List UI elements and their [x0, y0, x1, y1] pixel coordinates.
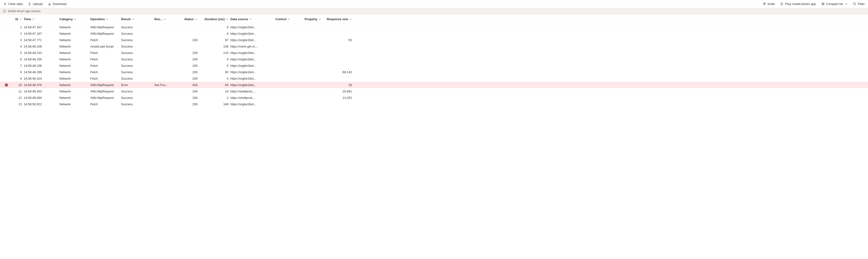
cell-status: 200 — [173, 51, 198, 55]
cell-data-source: https://orgbe1fed... — [229, 70, 260, 74]
table-row[interactable]: 114:58:47.167NetworkXMLHttpRequestSucces… — [0, 24, 868, 30]
table-row[interactable]: 814:58:48.296NetworkFetchSuccess20092htt… — [0, 69, 868, 75]
cell-result: Success — [120, 96, 153, 99]
table-row[interactable]: 714:58:48.236NetworkFetchSuccess2005http… — [0, 62, 868, 69]
cell-id: 5 — [11, 51, 23, 55]
cell-category: Network — [58, 103, 89, 106]
column-id[interactable]: Id — [11, 17, 23, 21]
person-icon — [763, 2, 766, 6]
column-operation[interactable]: Operation — [89, 17, 120, 21]
table-row[interactable]: 1114:58:48.453NetworkXMLHttpRequestSucce… — [0, 88, 868, 94]
error-icon: ✕ — [5, 83, 8, 86]
column-result[interactable]: Result — [120, 17, 153, 21]
column-result-info[interactable]: Res... — [153, 17, 173, 21]
cell-category: Network — [58, 90, 89, 93]
cell-time: 14:58:48.296 — [23, 70, 58, 74]
table-row[interactable]: 314:58:47.771NetworkFetchSuccess20087htt… — [0, 37, 868, 43]
table-row[interactable]: 514:58:48.233NetworkFetchSuccess200115ht… — [0, 50, 868, 56]
table-row[interactable]: 614:58:48.235NetworkFetchSuccess2004http… — [0, 56, 868, 62]
table-row[interactable]: 1314:58:50.922NetworkFetchSuccess200348h… — [0, 101, 868, 107]
download-icon — [48, 2, 51, 6]
cell-result: Success — [120, 32, 153, 35]
table-row[interactable]: 1214:58:48.494NetworkXMLHttpRequestSucce… — [0, 94, 868, 101]
column-category[interactable]: Category — [58, 17, 89, 21]
cell-time: 14:58:50.922 — [23, 103, 58, 106]
column-property[interactable]: Property — [291, 17, 322, 21]
cell-status: 200 — [173, 38, 198, 42]
column-response-size[interactable]: Response size — [322, 17, 353, 21]
table-row[interactable]: 914:58:48.324NetworkFetchSuccess2004http… — [0, 75, 868, 82]
cell-duration: 115 — [198, 51, 229, 55]
cell-id: 3 — [11, 38, 23, 42]
cell-operation: XMLHttpRequest — [89, 90, 120, 93]
cell-data-source: https://orgbe1fed... — [229, 25, 260, 29]
cell-category: Network — [58, 32, 89, 35]
chevron-down-icon — [132, 18, 134, 21]
table-row[interactable]: ✕1014:58:48.378NetworkXMLHttpRequestErro… — [0, 82, 868, 88]
cell-duration: 24 — [198, 90, 229, 93]
compact-list-button[interactable]: Compact list — [821, 2, 848, 6]
invite-button[interactable]: Invite — [762, 2, 775, 6]
cell-duration: 87 — [198, 38, 229, 42]
cell-result-info: Not Fou... — [153, 83, 173, 87]
cell-result: Success — [120, 64, 153, 67]
cell-operation: XMLHttpRequest — [89, 83, 120, 87]
cell-response-size: 55 — [322, 38, 353, 42]
column-data-source-label: Data source — [230, 17, 248, 21]
cell-operation: AssetLoad.Script — [89, 45, 120, 48]
cell-data-source: https://mem.gfx.m... — [229, 45, 260, 48]
cell-status: 200 — [173, 58, 198, 61]
column-duration-label: Duration (ms) — [205, 17, 225, 21]
column-control-label: Control — [276, 17, 286, 21]
cell-id: 2 — [11, 32, 23, 35]
cell-data-source: https://orgbe1fed... — [229, 58, 260, 61]
cell-time: 14:58:47.167 — [23, 32, 58, 35]
chevron-down-icon — [106, 18, 108, 21]
cell-time: 14:58:48.324 — [23, 77, 58, 80]
column-response-size-label: Response size — [327, 17, 348, 21]
download-button[interactable]: Download — [47, 2, 67, 6]
row-status-icon-cell: ✕ — [1, 83, 11, 86]
column-result-label: Result — [121, 17, 131, 21]
column-time[interactable]: Time — [23, 17, 58, 21]
upload-button[interactable]: Upload — [27, 2, 43, 6]
column-status[interactable]: Status — [173, 17, 198, 21]
chevron-down-icon — [318, 18, 321, 21]
cell-category: Network — [58, 51, 89, 55]
cell-time: 14:58:48.236 — [23, 64, 58, 67]
cell-id: 1 — [11, 25, 23, 29]
cell-category: Network — [58, 83, 89, 87]
column-duration[interactable]: Duration (ms) — [198, 17, 229, 21]
column-operation-label: Operation — [90, 17, 105, 21]
cell-result: Success — [120, 103, 153, 106]
toolbar-left: Clear data Upload Download — [3, 2, 67, 6]
filter-icon — [853, 2, 856, 6]
cell-operation: Fetch — [89, 70, 120, 74]
cell-data-source: https://orgbe1fed... — [229, 38, 260, 42]
cell-result: Success — [120, 77, 153, 80]
column-data-source[interactable]: Data source — [229, 17, 260, 21]
chevron-down-icon — [349, 18, 352, 21]
chevron-down-icon — [19, 18, 22, 21]
table-row[interactable]: 214:58:47.167NetworkXMLHttpRequestSucces… — [0, 30, 868, 37]
play-app-label: Play model-driven app — [785, 2, 816, 6]
cell-id: 9 — [11, 77, 23, 80]
cell-id: 4 — [11, 45, 23, 48]
cell-response-size: 69,143 — [322, 70, 353, 74]
column-control[interactable]: Control — [260, 17, 291, 21]
cell-category: Network — [58, 77, 89, 80]
filter-button[interactable]: Filter — [852, 2, 865, 6]
session-bar: Model-driven app session — [0, 8, 868, 15]
cell-duration: 4 — [198, 58, 229, 61]
cell-duration: 5 — [198, 25, 229, 29]
play-app-button[interactable]: Play model-driven app — [780, 2, 816, 6]
svg-point-1 — [853, 3, 855, 4]
table-row[interactable]: 414:58:48.106NetworkAssetLoad.ScriptSucc… — [0, 43, 868, 50]
column-property-label: Property — [305, 17, 317, 21]
cell-data-source: https://orgbe1fed... — [229, 64, 260, 67]
clear-data-button[interactable]: Clear data — [3, 2, 23, 6]
cell-operation: Fetch — [89, 51, 120, 55]
cell-data-source: https://orgbe1fed... — [229, 51, 260, 55]
cell-data-source: https://orgbe1fed... — [229, 103, 260, 106]
cell-operation: Fetch — [89, 58, 120, 61]
